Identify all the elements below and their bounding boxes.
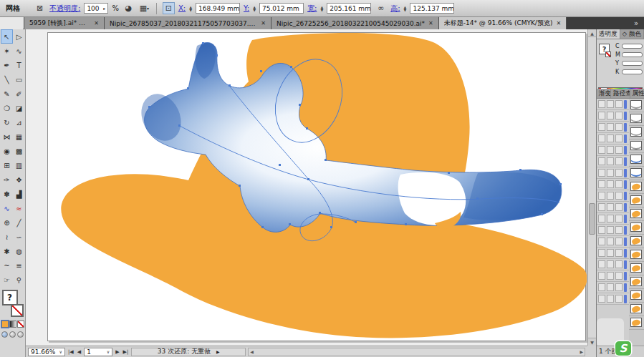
crystallize-tool[interactable]: ✱: [1, 244, 13, 258]
x-label[interactable]: X:: [178, 4, 186, 12]
gradient-button[interactable]: [9, 321, 16, 328]
next-artboard-button[interactable]: ▶: [115, 349, 120, 355]
width-label[interactable]: 宽:: [307, 4, 317, 14]
height-stepper[interactable]: ▲ ▼: [404, 6, 407, 11]
perspective-grid-tool[interactable]: ▩: [13, 144, 25, 158]
layer-row[interactable]: [597, 133, 629, 145]
scroll-right-icon[interactable]: ▶: [580, 349, 583, 354]
none-button[interactable]: [17, 321, 24, 328]
width-tool[interactable]: ⋈: [1, 129, 13, 144]
y-input[interactable]: 75.012 mm: [259, 3, 304, 14]
line-segment-tool[interactable]: ╲: [1, 72, 13, 87]
path-eraser-tool[interactable]: ≈: [13, 201, 25, 215]
height-input[interactable]: 125.137 mm: [410, 3, 454, 14]
width-stepper[interactable]: ▲ ▼: [320, 6, 323, 11]
link-dimensions-icon[interactable]: ∞: [375, 2, 387, 14]
slice-tool[interactable]: ╱: [13, 215, 25, 230]
layer-row[interactable]: [597, 156, 629, 167]
zigzag-tool[interactable]: ~: [1, 258, 13, 273]
layer-row[interactable]: [597, 110, 629, 122]
layer-row[interactable]: [597, 179, 629, 190]
layer-row[interactable]: [597, 145, 629, 156]
layer-row[interactable]: [597, 99, 629, 110]
panel-tab[interactable]: 透明度: [597, 29, 620, 39]
layer-row[interactable]: [597, 248, 629, 259]
layer-row[interactable]: [597, 190, 629, 202]
column-graph-tool[interactable]: ▟: [13, 187, 25, 201]
shape-builder-tool[interactable]: ◉: [1, 144, 13, 158]
free-transform-tool[interactable]: ▦: [13, 129, 25, 144]
wrinkle-tool[interactable]: ∽: [13, 230, 25, 244]
layer-row[interactable]: [597, 213, 629, 225]
layer-thumbnail[interactable]: [629, 99, 644, 112]
warp-tool[interactable]: ≀: [1, 230, 13, 244]
fill-swatch[interactable]: ?: [2, 290, 18, 305]
layer-thumbnail[interactable]: [629, 303, 644, 316]
opacity-dropdown-icon[interactable]: ▸: [103, 6, 105, 11]
symbol-sprayer-tool[interactable]: ✽: [1, 187, 13, 201]
pen-tool[interactable]: ✒: [1, 58, 13, 72]
layer-row[interactable]: [597, 259, 629, 270]
color-button[interactable]: [1, 321, 9, 328]
rotate-tool[interactable]: ↻: [1, 115, 13, 129]
opacity-input[interactable]: 100 ▸: [84, 3, 108, 14]
horizontal-scrollbar[interactable]: ◀ ▶: [248, 348, 585, 356]
measure-tool[interactable]: ≡: [13, 258, 25, 273]
width-input[interactable]: 205.161 mm: [327, 3, 371, 14]
paintbrush-tool[interactable]: ✎: [1, 87, 13, 101]
layer-thumbnail[interactable]: [629, 180, 644, 194]
type-tool[interactable]: T: [13, 58, 25, 72]
stepper-down-icon[interactable]: ▼: [189, 9, 192, 11]
eraser-tool[interactable]: ◪: [13, 101, 25, 115]
panel-tab[interactable]: ◇ 颜色: [620, 29, 644, 39]
tab-close-icon[interactable]: ✕: [94, 20, 99, 26]
vertical-scrollbar[interactable]: ▲ ▼: [587, 29, 596, 346]
layer-thumbnail[interactable]: [629, 289, 644, 303]
stepper-down-icon[interactable]: ▼: [253, 9, 256, 11]
stroke-swatch[interactable]: [11, 304, 24, 317]
scroll-left-icon[interactable]: ◀: [250, 349, 254, 354]
draw-normal-mode[interactable]: [1, 331, 8, 338]
vertical-scroll-thumb[interactable]: [589, 203, 595, 235]
blend-tool[interactable]: ❖: [13, 172, 25, 187]
layer-thumbnail[interactable]: [629, 248, 644, 262]
panel-tab[interactable]: 路径查: [611, 89, 630, 98]
layer-row[interactable]: [597, 293, 629, 305]
color-stroke-proxy[interactable]: [605, 52, 611, 57]
layer-thumbnail[interactable]: [629, 235, 644, 248]
x-input[interactable]: 168.949 mm: [196, 3, 240, 14]
rectangle-tool[interactable]: ▭: [13, 72, 25, 87]
previous-artboard-button[interactable]: ◀: [77, 349, 82, 355]
y-label[interactable]: Y:: [244, 4, 249, 12]
lasso-tool[interactable]: ∿: [13, 44, 25, 58]
channel-slider[interactable]: [622, 69, 643, 74]
blob-brush-tool[interactable]: ❍: [1, 101, 13, 115]
mesh-tool[interactable]: ⊞: [1, 158, 13, 172]
canvas-area[interactable]: [26, 29, 587, 346]
direct-selection-tool[interactable]: ▷: [13, 29, 25, 44]
layer-thumbnail[interactable]: [629, 126, 644, 140]
layer-thumbnail[interactable]: [629, 221, 644, 235]
document-tab[interactable]: Nipic_26725256_20180322100545029030.ai* …: [271, 17, 439, 29]
tab-close-icon[interactable]: ✕: [428, 20, 433, 26]
magic-wand-tool[interactable]: ✶: [1, 44, 13, 58]
channel-slider[interactable]: [622, 61, 643, 66]
last-artboard-button[interactable]: ▶|: [122, 349, 130, 355]
layer-thumbnail[interactable]: [629, 140, 644, 153]
layer-row[interactable]: [597, 270, 629, 282]
eyedropper-tool[interactable]: ✑: [1, 172, 13, 187]
layer-thumbnail[interactable]: [629, 316, 644, 330]
stepper-down-icon[interactable]: ▼: [404, 9, 407, 11]
transform-reference-icon[interactable]: ⊡: [163, 2, 175, 14]
pattern-options-icon[interactable]: ▦ ▾: [138, 2, 150, 14]
layer-row[interactable]: [597, 202, 629, 213]
recolor-artwork-icon[interactable]: ◕: [122, 2, 135, 14]
layer-row[interactable]: [597, 236, 629, 248]
zoom-level-select[interactable]: 91.66% ∨: [28, 348, 65, 356]
status-menu-icon[interactable]: ▶: [216, 349, 220, 354]
document-tab[interactable]: 5959 [转换].ai* @ ... ✕: [24, 17, 105, 29]
layer-thumbnail[interactable]: [629, 167, 644, 180]
smooth-tool[interactable]: ∿: [1, 201, 13, 215]
y-stepper[interactable]: ▲ ▼: [253, 6, 256, 11]
layer-row[interactable]: [597, 122, 629, 133]
